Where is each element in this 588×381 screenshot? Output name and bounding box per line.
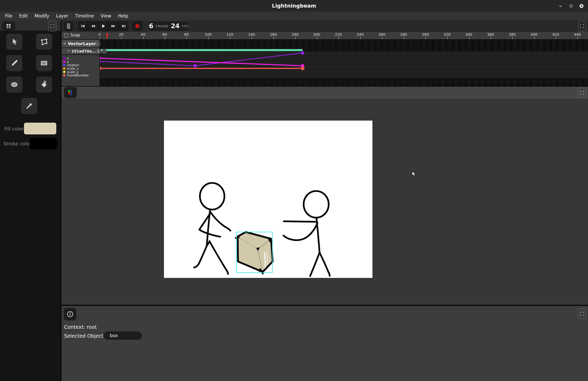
info-icon[interactable] [64,308,76,320]
tool-panel-expand-icon[interactable] [48,21,56,31]
skip-to-start-icon[interactable] [78,21,88,31]
frame-value[interactable]: 6 [149,22,154,30]
close-icon[interactable] [578,3,585,9]
menu-bar: FileEditModifyLayerTimelineViewHelp [0,12,588,20]
curve-y[interactable] [100,58,303,66]
ruler-tick [404,37,404,39]
inspector-expand-icon[interactable] [578,308,586,319]
legend-row-scale_y[interactable]: scale_y [62,70,100,74]
film-icon[interactable] [64,21,73,31]
keyframe-curves[interactable] [100,39,588,86]
ruler-tick [512,37,513,39]
ruler-label: 140 [248,32,255,37]
keyframe-dot-frameNumber[interactable] [301,67,304,70]
menu-item-layer[interactable]: Layer [53,12,72,20]
stick-figure-left[interactable] [194,183,230,274]
fast-forward-icon[interactable] [108,21,119,31]
fps-label: FPS [182,24,189,28]
tool-button-select[interactable] [6,34,22,50]
box-object[interactable] [235,232,273,275]
rewind-icon[interactable] [88,21,98,31]
timeline-panel: 6 FRAME 24 FPS Snap 02040608010012014016… [62,20,588,86]
fill-color-label: Fill color: [4,126,25,132]
stick-figure-right[interactable] [284,191,330,276]
tool-button-eyedropper[interactable] [21,98,37,114]
shapes-logo-icon[interactable] [64,87,77,98]
app-window: Lightningbeam FileEditModifyLayerTimelin… [0,0,588,381]
legend-row-scale_x[interactable]: scale_x [62,67,100,70]
minimize-icon[interactable] [557,3,564,9]
timeline-left-column: VectorLayer [L] 151ad70a... ~ xyrotation… [62,39,100,86]
ruler-label: 200 [313,32,320,37]
stage[interactable] [164,121,372,278]
tool-button-ellipse[interactable] [6,76,22,93]
legend-row-x[interactable]: x [62,57,100,60]
visibility-toggle-icon[interactable] [97,49,101,53]
frame-counter[interactable]: 6 FRAME 24 FPS [148,21,190,31]
play-icon[interactable] [98,21,108,31]
curve-toggle-icon[interactable]: ~ [102,49,106,53]
menu-item-help[interactable]: Help [115,12,132,20]
tool-button-pencil[interactable] [6,55,22,71]
legend-dot-scale_x [63,67,65,70]
menu-item-modify[interactable]: Modify [31,12,52,20]
legend-dot-scale_y [63,71,65,73]
timeline-expand-icon[interactable] [578,21,586,31]
tool-button-rectangle[interactable] [36,55,52,71]
ruler-scale[interactable]: 0204060801001201401601802002202402602803… [100,32,588,39]
ruler-tick [447,37,448,39]
layer-name: VectorLayer [68,41,96,46]
panel-grid-icon[interactable] [2,21,15,31]
ruler-label: 400 [530,32,537,37]
ruler-tick [295,37,296,39]
ruler-label: 440 [574,32,581,37]
ruler-label: 220 [335,32,342,37]
keyframe-dot-x[interactable] [193,64,197,68]
context-text: Context: root [64,324,97,330]
ruler-label: 180 [292,32,299,37]
inspector-panel: Context: root Selected Object [62,306,588,381]
canvas-expand-icon[interactable] [578,88,586,98]
legend-dot-x [63,57,65,59]
keyframe-dot-x[interactable] [301,51,304,55]
ruler-tick [252,37,252,39]
maximize-icon[interactable] [568,3,574,9]
ruler-label: 240 [357,32,364,37]
legend-label: scale_x [67,67,78,70]
layer-row-object[interactable]: 151ad70a... ~ [62,48,100,54]
frames-area[interactable] [100,39,588,86]
fill-color-swatch[interactable] [24,123,56,134]
menu-item-view[interactable]: View [97,12,114,20]
menu-item-edit[interactable]: Edit [16,12,31,20]
record-icon[interactable] [132,21,143,31]
timeline-toolbar: 6 FRAME 24 FPS [62,20,588,32]
menu-item-timeline[interactable]: Timeline [72,12,97,20]
skip-to-end-icon[interactable] [119,21,129,31]
selected-object-input[interactable] [103,331,142,340]
ruler-tick [121,37,122,39]
legend-label: scale_y [67,70,78,74]
collapse-triangle-icon[interactable] [63,43,66,45]
tool-panel: Fill color: Stroke color: [0,20,61,381]
legend-row-frameNumber[interactable]: frameNumber [62,74,100,77]
snap-checkbox[interactable] [64,33,68,38]
legend-label: y [67,60,69,64]
legend-row-rotation[interactable]: rotation [62,63,100,67]
legend-label: frameNumber [67,74,89,77]
window-title: Lightningbeam [0,0,588,12]
menu-item-file[interactable]: File [2,12,16,20]
ruler-tick [469,37,469,39]
layer-row-vectorlayer[interactable]: VectorLayer [L] [62,40,100,47]
tool-button-transform[interactable] [36,34,52,50]
ruler-label: 320 [444,32,451,37]
fps-value[interactable]: 24 [171,22,180,30]
ruler-tick [208,37,209,39]
ruler-label: 380 [509,32,516,37]
legend-row-y[interactable]: y [62,60,100,63]
canvas-header [62,87,588,99]
tool-button-paint-bucket[interactable] [36,76,52,93]
ruler-label: 80 [184,32,189,37]
collapse-triangle-icon[interactable] [67,50,70,52]
ruler-tick [556,37,556,39]
stroke-color-swatch[interactable] [30,138,57,150]
